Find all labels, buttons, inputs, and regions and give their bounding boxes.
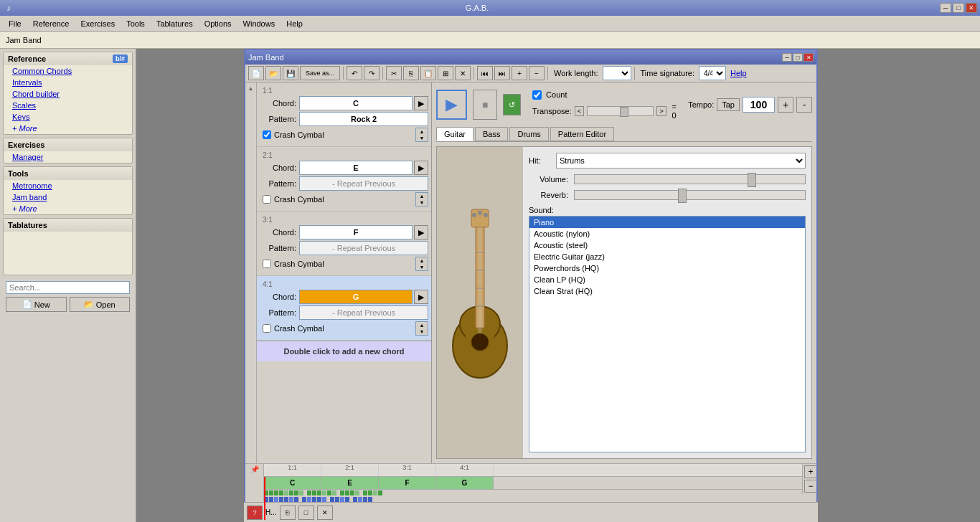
crash-check-4[interactable] [263, 324, 271, 333]
crash-dn-2[interactable]: ▼ [416, 199, 428, 206]
crash-check-3[interactable] [263, 260, 271, 268]
win-bar-copy[interactable]: ⎘ [280, 506, 296, 520]
crash-dn-4[interactable]: ▼ [416, 328, 428, 335]
tb-copy[interactable]: ⎘ [403, 66, 419, 80]
sound-piano[interactable]: Piano [529, 217, 805, 228]
guitar-image [437, 147, 523, 458]
crash-check-2[interactable] [263, 195, 271, 204]
link-chord-builder[interactable]: Chord builder [4, 88, 132, 100]
timeline-plus[interactable]: + [804, 465, 816, 478]
crash-check-1[interactable] [263, 130, 271, 139]
bflat-button[interactable]: b/# [113, 54, 128, 63]
crash-up-4[interactable]: ▲ [416, 322, 428, 328]
maximize-button[interactable]: □ [953, 3, 964, 13]
tools-more[interactable]: + More [4, 203, 132, 214]
crash-up-2[interactable]: ▲ [416, 193, 428, 199]
count-checkbox[interactable] [532, 90, 542, 100]
play-button[interactable]: ▶ [436, 90, 467, 120]
tb-sub[interactable]: − [529, 66, 545, 80]
chord-input-3[interactable] [299, 225, 413, 239]
menu-options[interactable]: Options [199, 18, 237, 29]
tb-next[interactable]: ⏭ [494, 66, 510, 80]
hit-select[interactable]: Strums Picks Arpeggio [556, 153, 806, 169]
tempo-minus[interactable]: - [796, 97, 812, 113]
open-button[interactable]: 📂 Open [70, 297, 131, 312]
reference-more[interactable]: + More [4, 123, 132, 134]
tab-drums[interactable]: Drums [509, 127, 548, 141]
tb-help[interactable]: Help [727, 69, 750, 77]
tab-pattern-editor[interactable]: Pattern Editor [550, 127, 614, 141]
jam-close[interactable]: ✕ [804, 53, 814, 62]
tb-something[interactable]: ⊞ [438, 66, 453, 80]
menu-tools[interactable]: Tools [121, 18, 151, 29]
win-bar-close[interactable]: ✕ [317, 506, 333, 520]
transpose-left-btn[interactable]: < [575, 106, 584, 116]
tap-button[interactable]: Tap [717, 98, 740, 111]
tempo-input[interactable] [743, 97, 775, 113]
tb-undo[interactable]: ↶ [347, 66, 362, 80]
minimize-button[interactable]: ─ [940, 3, 951, 13]
menu-help[interactable]: Help [281, 18, 308, 29]
sound-powerchords[interactable]: Powerchords (HQ) [529, 262, 805, 274]
new-button[interactable]: 📄 New [6, 297, 67, 312]
stop-button[interactable]: ■ [473, 90, 497, 120]
chord-input-4[interactable] [299, 290, 413, 304]
crash-up-3[interactable]: ▲ [416, 257, 428, 264]
menu-reference[interactable]: Reference [27, 18, 75, 29]
tb-paste[interactable]: 📋 [420, 66, 436, 80]
tab-guitar[interactable]: Guitar [436, 127, 473, 141]
link-intervals[interactable]: Intervals [4, 77, 132, 88]
win-help[interactable]: ? [247, 506, 263, 520]
reverb-thumb[interactable] [678, 189, 687, 203]
transpose-thumb[interactable] [620, 107, 628, 117]
link-scales[interactable]: Scales [4, 100, 132, 111]
tb-prev[interactable]: ⏮ [477, 66, 493, 80]
chord-play-2[interactable]: ▶ [414, 161, 428, 175]
win-bar-restore[interactable]: □ [298, 506, 314, 520]
tb-cut[interactable]: ✂ [386, 66, 402, 80]
chord-play-4[interactable]: ▶ [414, 290, 428, 304]
timeline-minus[interactable]: − [804, 480, 816, 493]
crash-dn-3[interactable]: ▼ [416, 264, 428, 270]
sound-list[interactable]: Piano Acoustic (nylon) Acoustic (steel) … [529, 216, 806, 452]
jam-maximize[interactable]: □ [793, 53, 803, 62]
chord-play-1[interactable]: ▶ [414, 96, 428, 110]
jam-minimize[interactable]: ─ [782, 53, 792, 62]
tb-save-as[interactable]: Save as... [300, 66, 340, 80]
tb-delete[interactable]: ✕ [455, 66, 471, 80]
tb-new[interactable]: 📄 [248, 66, 264, 80]
crash-dn-1[interactable]: ▼ [416, 135, 428, 141]
link-metronome[interactable]: Metronome [4, 180, 132, 191]
chord-input-1[interactable] [299, 96, 413, 110]
tb-add[interactable]: + [512, 66, 527, 80]
tb-redo[interactable]: ↷ [364, 66, 380, 80]
volume-thumb[interactable] [748, 173, 756, 187]
sound-steel[interactable]: Acoustic (steel) [529, 239, 805, 251]
transpose-right-btn[interactable]: > [656, 106, 666, 116]
sound-nylon[interactable]: Acoustic (nylon) [529, 228, 805, 239]
sound-clean-lp[interactable]: Clean LP (HQ) [529, 274, 805, 285]
menu-windows[interactable]: Windows [237, 18, 281, 29]
chord-play-3[interactable]: ▶ [414, 225, 428, 239]
link-common-chords[interactable]: Common Chords [4, 65, 132, 77]
sound-jazz[interactable]: Electric Guitar (jazz) [529, 251, 805, 262]
time-sig-select[interactable]: 4/4 [699, 66, 726, 80]
sound-clean-strat[interactable]: Clean Strat (HQ) [529, 285, 805, 297]
tempo-plus[interactable]: + [778, 97, 793, 113]
tb-open[interactable]: 📂 [265, 66, 281, 80]
menu-tablatures[interactable]: Tablatures [151, 18, 199, 29]
close-button[interactable]: ✕ [966, 3, 977, 13]
menu-file[interactable]: File [3, 18, 27, 29]
menu-exercises[interactable]: Exercises [75, 18, 121, 29]
link-manager[interactable]: Manager [4, 151, 132, 163]
link-keys[interactable]: Keys [4, 111, 132, 123]
search-input[interactable] [6, 281, 130, 294]
link-jam-band[interactable]: Jam band [4, 191, 132, 203]
chord-input-2[interactable] [299, 161, 413, 175]
crash-up-1[interactable]: ▲ [416, 128, 428, 135]
tb-save[interactable]: 💾 [283, 66, 298, 80]
loop-button[interactable]: ↺ [503, 94, 521, 115]
tab-bass[interactable]: Bass [475, 127, 508, 141]
work-length-select[interactable] [603, 66, 631, 80]
add-chord-bar[interactable]: Double click to add a new chord [257, 341, 431, 361]
